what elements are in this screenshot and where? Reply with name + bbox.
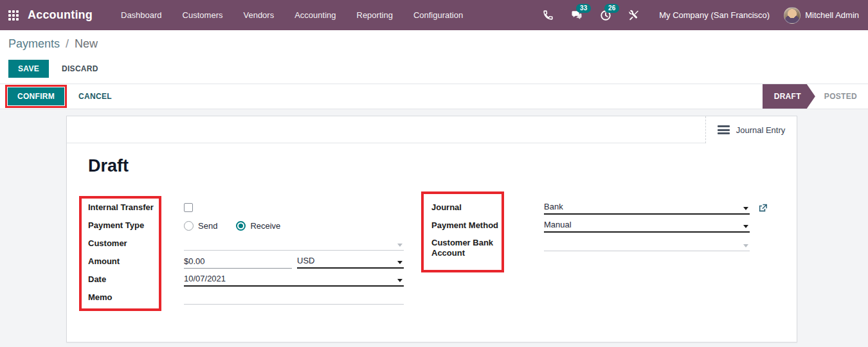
form-statusbar: CONFIRM CANCEL DRAFT POSTED xyxy=(0,84,868,109)
menu-reporting[interactable]: Reporting xyxy=(347,0,403,30)
chevron-down-icon xyxy=(397,244,402,247)
journal-select[interactable]: Bank xyxy=(544,200,750,215)
breadcrumb: Payments / New xyxy=(8,37,98,51)
state-draft[interactable]: DRAFT xyxy=(763,84,815,109)
navbar-systray: 33 26 My Company (San Francisco) Mitchel… xyxy=(534,7,868,24)
activities-icon[interactable]: 26 xyxy=(592,10,620,21)
label-journal: Journal xyxy=(431,199,544,217)
currency-select[interactable]: USD xyxy=(297,256,404,269)
record-title: Draft xyxy=(88,156,129,176)
menu-dashboard[interactable]: Dashboard xyxy=(111,0,172,30)
chevron-down-icon xyxy=(743,207,748,210)
label-payment-type: Payment Type xyxy=(88,217,184,235)
menu-customers[interactable]: Customers xyxy=(172,0,233,30)
journal-entry-icon xyxy=(718,124,730,136)
breadcrumb-separator: / xyxy=(66,37,69,50)
label-memo: Memo xyxy=(88,289,184,307)
cancel-button[interactable]: CANCEL xyxy=(78,92,112,101)
confirm-button[interactable]: CONFIRM xyxy=(8,87,64,105)
date-input[interactable]: 10/07/2021 xyxy=(184,272,404,287)
field-group-left: Internal Transfer Payment Type Send Rece… xyxy=(88,199,404,307)
label-internal-transfer: Internal Transfer xyxy=(88,199,184,217)
company-switcher[interactable]: My Company (San Francisco) xyxy=(659,10,770,20)
journal-entry-label: Journal Entry xyxy=(736,125,786,135)
chevron-down-icon xyxy=(743,225,748,228)
label-amount: Amount xyxy=(88,253,184,271)
user-avatar[interactable] xyxy=(784,7,800,24)
activities-badge: 26 xyxy=(604,4,619,13)
amount-input[interactable]: $0.00 xyxy=(184,256,292,269)
journal-entry-button[interactable]: Journal Entry xyxy=(705,116,797,143)
payment-type-receive-label[interactable]: Receive xyxy=(250,221,280,231)
apps-menu-icon[interactable] xyxy=(8,10,19,21)
label-payment-method: Payment Method xyxy=(431,217,544,235)
chevron-down-icon xyxy=(397,279,402,282)
phone-icon[interactable] xyxy=(534,10,562,21)
odoo-accounting-page: Accounting Dashboard Customers Vendors A… xyxy=(0,0,868,347)
menu-vendors[interactable]: Vendors xyxy=(233,0,284,30)
label-customer: Customer xyxy=(88,235,184,253)
control-panel: Payments / New SAVE DISCARD xyxy=(0,30,868,84)
top-navbar: Accounting Dashboard Customers Vendors A… xyxy=(0,0,868,30)
memo-input[interactable] xyxy=(184,290,404,305)
menu-configuration[interactable]: Configuration xyxy=(403,0,473,30)
highlight-box-confirm: CONFIRM xyxy=(5,85,67,108)
payment-type-send-radio[interactable] xyxy=(184,221,194,231)
save-button[interactable]: SAVE xyxy=(8,60,49,78)
form-sheet: Journal Entry Draft Internal Transfer Pa… xyxy=(66,116,797,343)
discard-button[interactable]: DISCARD xyxy=(62,64,98,73)
tools-icon[interactable] xyxy=(620,10,647,21)
payment-type-send-label[interactable]: Send xyxy=(198,221,217,231)
button-box: Journal Entry xyxy=(67,116,797,143)
user-menu[interactable]: Mitchell Admin xyxy=(805,10,859,20)
chevron-down-icon xyxy=(743,244,748,247)
customer-bank-account-select[interactable] xyxy=(544,237,750,251)
payment-type-receive-radio[interactable] xyxy=(236,221,246,231)
external-link-icon[interactable] xyxy=(758,203,768,215)
app-title[interactable]: Accounting xyxy=(28,8,93,22)
internal-transfer-checkbox[interactable] xyxy=(184,203,193,212)
label-customer-bank-account: Customer Bank Account xyxy=(431,235,544,271)
breadcrumb-payments[interactable]: Payments xyxy=(8,37,60,50)
menu-accounting[interactable]: Accounting xyxy=(284,0,346,30)
statusbar-states: DRAFT POSTED xyxy=(763,84,868,109)
state-posted[interactable]: POSTED xyxy=(815,84,868,109)
messages-icon[interactable]: 33 xyxy=(562,10,592,21)
breadcrumb-new: New xyxy=(75,37,98,50)
label-date: Date xyxy=(88,271,184,289)
customer-select[interactable] xyxy=(184,236,404,251)
messages-badge: 33 xyxy=(576,4,591,13)
field-group-right: Journal Bank Payment Method Manual xyxy=(431,199,750,271)
payment-method-select[interactable]: Manual xyxy=(544,218,750,233)
chevron-down-icon xyxy=(397,261,402,264)
